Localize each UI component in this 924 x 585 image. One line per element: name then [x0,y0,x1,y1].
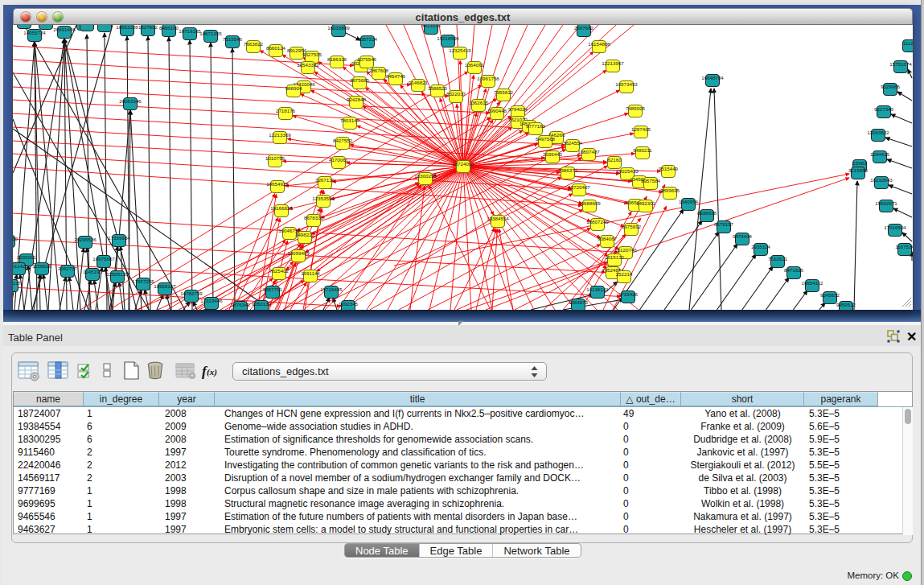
svg-text:15720407: 15720407 [568,184,590,190]
svg-text:9957584: 9957584 [641,178,661,183]
svg-text:7485005: 7485005 [626,105,646,111]
svg-text:9474444: 9474444 [733,233,753,239]
svg-text:9657791: 9657791 [263,286,283,292]
svg-text:10543382: 10543382 [297,62,319,68]
svg-text:2718176: 2718176 [276,108,296,113]
svg-text:(x): (x) [207,367,217,377]
svg-text:12505135: 12505135 [106,271,129,277]
svg-text:1588520: 1588520 [428,85,448,91]
svg-text:10671355: 10671355 [199,31,222,36]
svg-text:7515546: 7515546 [223,36,243,42]
svg-text:9480211: 9480211 [633,147,652,153]
svg-text:17359934: 17359934 [108,235,130,241]
svg-text:15716485: 15716485 [320,286,343,292]
svg-text:2660350: 2660350 [13,236,18,241]
svg-text:3215953: 3215953 [848,167,869,173]
svg-text:252214: 252214 [616,271,633,277]
svg-text:8322037: 8322037 [446,91,466,97]
svg-text:1364091: 1364091 [465,62,485,68]
svg-text:12353594: 12353594 [312,196,335,201]
svg-text:3624554: 3624554 [563,140,583,146]
svg-text:20206536: 20206536 [74,237,97,242]
svg-text:9777169: 9777169 [526,123,546,129]
svg-text:1297405: 1297405 [631,126,651,132]
svg-text:1492301: 1492301 [636,200,656,206]
svg-text:1527602: 1527602 [138,25,158,30]
svg-text:8427552: 8427552 [333,138,353,143]
svg-text:8813054: 8813054 [421,25,441,28]
svg-text:9146821: 9146821 [409,80,429,85]
svg-text:19384554: 19384554 [487,216,509,221]
svg-text:16120746: 16120746 [614,247,637,253]
svg-text:1615132: 1615132 [605,254,625,260]
svg-text:1362615: 1362615 [469,100,489,105]
svg-text:7803144: 7803144 [340,117,360,123]
svg-text:9619423: 9619423 [95,25,115,26]
svg-text:1145193: 1145193 [83,269,102,274]
svg-text:6679197: 6679197 [714,221,734,227]
svg-text:9084067: 9084067 [598,236,618,241]
svg-text:16782759: 16782759 [180,290,203,296]
svg-text:18724007: 18724007 [452,161,474,167]
svg-text:16154808: 16154808 [588,41,610,47]
svg-text:9515449: 9515449 [659,166,679,171]
svg-text:7663822: 7663822 [244,41,264,47]
svg-text:8938928: 8938928 [697,210,717,216]
svg-text:2042737: 2042737 [58,266,78,271]
svg-text:2935114: 2935114 [751,244,770,249]
svg-text:9327505: 9327505 [302,51,322,57]
svg-text:10807487: 10807487 [577,149,600,154]
svg-text:2335061: 2335061 [17,254,37,260]
svg-text:1691144: 1691144 [301,270,320,276]
svg-text:12213967: 12213967 [602,60,624,66]
svg-text:3875685: 3875685 [350,77,370,83]
svg-text:10688609: 10688609 [578,200,601,206]
svg-text:9227349: 9227349 [874,106,894,112]
svg-text:7955812: 7955812 [494,89,514,95]
svg-text:4170061: 4170061 [329,157,349,163]
svg-text:6497568: 6497568 [536,136,556,142]
svg-text:1010755: 1010755 [265,155,285,161]
svg-text:988904: 988904 [285,85,302,91]
svg-text:12323446: 12323446 [200,298,223,303]
svg-text:7632621: 7632621 [768,256,788,262]
svg-text:10719185: 10719185 [179,28,201,34]
svg-text:10973493: 10973493 [615,81,638,87]
svg-text:10961758: 10961758 [477,76,499,81]
svg-text:17957255: 17957255 [132,278,154,284]
svg-text:9876341: 9876341 [231,302,251,307]
svg-text:1167534: 1167534 [895,244,913,249]
svg-text:14136141: 14136141 [586,286,609,292]
svg-text:10958107: 10958107 [154,283,176,289]
svg-text:1905137: 1905137 [13,280,22,286]
svg-text:1156829: 1156829 [32,263,51,269]
svg-text:18807249: 18807249 [586,219,609,225]
svg-text:9329966: 9329966 [881,84,901,89]
svg-text:1093873: 1093873 [569,299,589,305]
svg-text:19218506: 19218506 [437,35,459,41]
svg-text:1244415: 1244415 [870,151,890,157]
svg-text:14055724: 14055724 [23,30,46,35]
svg-text:15692971: 15692971 [875,200,897,206]
svg-text:2036443: 2036443 [543,151,563,157]
svg-text:12325419: 12325419 [449,47,471,53]
svg-text:16648784: 16648784 [701,75,724,80]
svg-text:7625402: 7625402 [269,268,290,274]
svg-text:9794024: 9794024 [508,106,528,112]
svg-text:2687682: 2687682 [574,25,594,31]
svg-text:8660124: 8660124 [266,45,286,51]
svg-text:11123: 11123 [903,40,913,46]
svg-text:10654112: 10654112 [801,280,823,286]
svg-text:17016504: 17016504 [884,225,906,230]
svg-text:8186328: 8186328 [327,56,347,62]
svg-text:19166827: 19166827 [270,205,293,211]
svg-text:3267130: 3267130 [315,177,335,183]
svg-text:3911421: 3911421 [13,263,28,269]
svg-text:18300295: 18300295 [414,173,437,179]
svg-text:1975692: 1975692 [622,224,642,229]
svg-text:8471626: 8471626 [784,267,804,273]
svg-text:1075546: 1075546 [357,56,377,62]
svg-text:20053346: 20053346 [119,98,142,104]
svg-text:10975867: 10975867 [92,256,115,262]
svg-text:10653328: 10653328 [116,25,138,30]
